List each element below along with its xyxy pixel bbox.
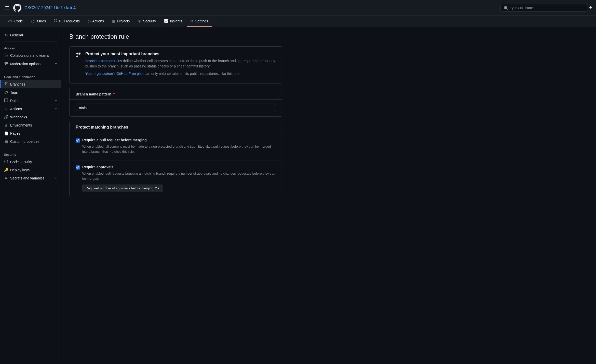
sidebar-label-code-security: Code security <box>10 160 32 164</box>
sidebar: ⚙ General Access Collaborators and teams… <box>0 27 61 359</box>
info-banner-body: Protect your most important branches Bra… <box>70 47 282 83</box>
tab-projects-label: Projects <box>117 19 130 23</box>
tab-actions[interactable]: ▷ Actions <box>84 16 107 27</box>
tab-insights[interactable]: 📈 Insights <box>160 16 186 27</box>
require-approvals-label[interactable]: Require approvals <box>82 165 113 169</box>
branch-pattern-label: Branch name pattern * <box>70 88 282 100</box>
sidebar-item-deploy-keys[interactable]: 🔑 Deploy keys <box>0 166 61 174</box>
page-title: Branch protection rule <box>69 33 282 40</box>
key-icon: 🔑 <box>4 168 8 172</box>
sidebar-label-webhooks: Webhooks <box>10 115 27 119</box>
actions-sidebar-icon: ▷ <box>4 107 8 111</box>
sidebar-item-rules[interactable]: Rules ▾ <box>0 96 61 105</box>
tab-pr-label: Pull requests <box>59 19 80 23</box>
require-approvals-row: Require approvals <box>76 165 276 170</box>
branch-pattern-body <box>70 100 282 116</box>
page-layout: ⚙ General Access Collaborators and teams… <box>0 27 596 359</box>
hamburger-icon <box>5 6 9 10</box>
settings-icon: ⚙ <box>190 19 194 23</box>
info-banner: Protect your most important branches Bra… <box>76 52 276 78</box>
tab-security[interactable]: ⛨ Security <box>134 16 160 27</box>
projects-icon: ▦ <box>112 19 115 23</box>
sidebar-item-tags[interactable]: 🏷 Tags <box>0 88 61 96</box>
info-desc-2-text: can only enforce rules on its public rep… <box>145 72 241 76</box>
main-content: Branch protection rule Protect your most… <box>61 27 290 359</box>
require-pr-checkbox[interactable] <box>76 138 80 143</box>
rules-icon <box>4 99 8 103</box>
sidebar-label-environments: Environments <box>10 123 32 127</box>
sidebar-item-moderation[interactable]: Moderation options ▾ <box>0 60 61 68</box>
sidebar-label-moderation: Moderation options <box>10 62 40 66</box>
sidebar-label-general: General <box>10 33 23 37</box>
info-banner-card: Protect your most important branches Bra… <box>69 46 282 84</box>
sidebar-item-pages[interactable]: 📄 Pages <box>0 129 61 137</box>
tab-settings[interactable]: ⚙ Settings <box>187 16 212 27</box>
sidebar-section-security: Security <box>0 150 61 158</box>
sidebar-item-collaborators[interactable]: Collaborators and teams <box>0 51 61 60</box>
sidebar-item-secrets[interactable]: ✱ Secrets and variables ▾ <box>0 174 61 182</box>
protect-section-header: Protect matching branches <box>70 121 282 134</box>
hamburger-button[interactable] <box>4 5 10 11</box>
branch-rules-link[interactable]: Branch protection rules <box>85 59 122 63</box>
required-marker: * <box>113 92 115 96</box>
branch-pattern-label-text: Branch name pattern <box>76 92 111 96</box>
sidebar-item-general[interactable]: ⚙ General <box>0 31 61 39</box>
search-box[interactable]: Type / to search <box>500 4 587 12</box>
require-pr-label[interactable]: Require a pull request before merging <box>82 138 147 142</box>
sidebar-item-webhooks[interactable]: 🔗 Webhooks <box>0 113 61 121</box>
require-pr-item: Require a pull request before merging Wh… <box>70 134 282 161</box>
tab-projects[interactable]: ▦ Projects <box>109 16 133 27</box>
tab-security-label: Security <box>143 19 156 23</box>
info-desc-2: Your organization's GitHub Free plan can… <box>85 71 276 76</box>
branch-pattern-card: Branch name pattern * <box>69 88 282 117</box>
moderation-chevron-icon: ▾ <box>55 62 57 65</box>
require-approvals-checkbox[interactable] <box>76 165 80 170</box>
require-approvals-item: Require approvals When enabled, pull req… <box>70 161 282 196</box>
sidebar-item-custom-properties[interactable]: ▦ Custom properties <box>0 137 61 146</box>
repo-title: CSC207-2024F-UofT/lab-4 <box>24 6 76 10</box>
secrets-icon: ✱ <box>4 176 8 180</box>
comment-icon <box>4 62 8 66</box>
pr-icon <box>54 19 58 23</box>
sidebar-item-environments[interactable]: 🖥 Environments <box>0 121 61 129</box>
sidebar-label-rules: Rules <box>10 99 19 103</box>
tab-settings-label: Settings <box>195 19 208 23</box>
sidebar-section-access: Access <box>0 44 61 51</box>
repo-nav: </> Code ◎ Issues Pull requests ▷ Action… <box>0 16 596 27</box>
tab-issues[interactable]: ◎ Issues <box>28 16 49 27</box>
sidebar-label-branches: Branches <box>10 82 25 86</box>
code-security-icon <box>4 160 8 164</box>
approvals-count-dropdown[interactable]: Required number of approvals before merg… <box>82 185 163 192</box>
environments-icon: 🖥 <box>4 123 8 127</box>
custom-props-icon: ▦ <box>4 139 8 144</box>
info-desc-1: Branch protection rules define whether c… <box>85 58 276 69</box>
org-plan-link[interactable]: Your organization's GitHub Free plan <box>85 72 144 76</box>
search-icon <box>504 6 508 10</box>
gear-icon: ⚙ <box>4 33 8 37</box>
sidebar-item-actions[interactable]: ▷ Actions ▾ <box>0 105 61 113</box>
nav-plus-icon[interactable]: + <box>589 5 592 10</box>
actions-icon: ▷ <box>88 19 91 23</box>
branch-icon <box>4 82 8 86</box>
search-placeholder: Type / to search <box>510 6 534 10</box>
approvals-count-label: Required number of approvals before merg… <box>86 186 160 190</box>
tag-icon: 🏷 <box>4 90 8 94</box>
sidebar-label-tags: Tags <box>10 90 18 94</box>
sidebar-item-branches[interactable]: Branches <box>0 80 61 88</box>
branch-pattern-input[interactable] <box>76 104 276 112</box>
tab-actions-label: Actions <box>92 19 104 23</box>
tab-code-label: Code <box>14 19 23 23</box>
require-approvals-desc: When enabled, pull requests targeting a … <box>82 171 276 181</box>
tab-insights-label: Insights <box>170 19 182 23</box>
pages-icon: 📄 <box>4 131 8 135</box>
top-nav: CSC207-2024F-UofT/lab-4 Type / to search… <box>0 0 596 16</box>
tab-pull-requests[interactable]: Pull requests <box>50 16 83 27</box>
require-pr-desc: When enabled, all commits must be made t… <box>82 144 276 154</box>
tab-code[interactable]: </> Code <box>4 16 26 27</box>
sidebar-item-code-security[interactable]: Code security <box>0 158 61 166</box>
info-heading: Protect your most important branches <box>85 52 276 56</box>
sidebar-label-deploy-keys: Deploy keys <box>10 168 30 172</box>
issues-icon: ◎ <box>31 19 34 23</box>
code-icon: </> <box>8 19 13 23</box>
github-logo-icon <box>13 4 21 12</box>
